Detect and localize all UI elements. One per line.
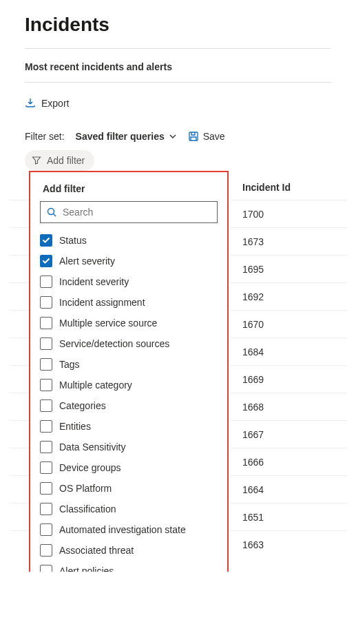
checkbox[interactable] bbox=[40, 317, 52, 329]
filter-option[interactable]: Tags bbox=[40, 354, 218, 375]
checkbox[interactable] bbox=[40, 276, 52, 288]
filter-option-label: Data Sensitivity bbox=[59, 442, 125, 453]
filter-option-label: Automated investigation state bbox=[59, 524, 186, 535]
export-label: Export bbox=[41, 98, 69, 109]
checkbox[interactable] bbox=[40, 441, 52, 453]
checkbox[interactable] bbox=[40, 296, 52, 309]
filter-option-label: Entities bbox=[59, 421, 91, 432]
incident-id: 1651 bbox=[229, 512, 311, 523]
filter-option[interactable]: Entities bbox=[40, 416, 218, 437]
filterset-dropdown-value: Saved filter queries bbox=[76, 131, 165, 142]
export-button[interactable]: Export bbox=[25, 92, 69, 114]
incident-id: 1695 bbox=[229, 264, 311, 275]
checkbox[interactable] bbox=[40, 255, 52, 267]
incident-id: 1668 bbox=[229, 402, 311, 413]
filter-option[interactable]: Multiple category bbox=[40, 375, 218, 395]
column-header-incident-id[interactable]: Incident Id bbox=[229, 182, 311, 193]
filter-option[interactable]: Alert policies bbox=[40, 561, 218, 572]
checkbox[interactable] bbox=[40, 544, 52, 557]
page-title: Incidents bbox=[8, 0, 348, 48]
incident-id: 1692 bbox=[229, 291, 311, 302]
filter-option-label: Alert severity bbox=[59, 256, 115, 267]
filter-option-label: Alert policies bbox=[59, 565, 114, 572]
checkbox[interactable] bbox=[40, 482, 52, 495]
filter-options-list: StatusAlert severityIncident severityInc… bbox=[40, 230, 218, 572]
filter-option[interactable]: Multiple service source bbox=[40, 313, 218, 333]
filter-icon bbox=[32, 156, 41, 165]
incident-id: 1673 bbox=[229, 236, 311, 247]
filter-option[interactable]: Incident severity bbox=[40, 271, 218, 292]
filterset-dropdown[interactable]: Saved filter queries bbox=[76, 131, 177, 142]
filter-option-label: Multiple service source bbox=[59, 318, 157, 329]
add-filter-pill[interactable]: Add filter bbox=[25, 150, 94, 171]
checkbox[interactable] bbox=[40, 503, 52, 515]
filter-option-label: Classification bbox=[59, 503, 116, 515]
checkbox[interactable] bbox=[40, 379, 52, 391]
filter-option-label: Tags bbox=[59, 359, 80, 370]
filter-option[interactable]: Incident assignment bbox=[40, 292, 218, 313]
filter-option-label: Multiple category bbox=[59, 380, 132, 391]
popup-title: Add filter bbox=[40, 183, 218, 194]
filter-option[interactable]: Automated investigation state bbox=[40, 519, 218, 540]
filter-option[interactable]: Data Sensitivity bbox=[40, 437, 218, 457]
checkbox[interactable] bbox=[40, 523, 52, 536]
incident-id: 1670 bbox=[229, 319, 311, 330]
incident-id: 1669 bbox=[229, 374, 311, 385]
filter-option[interactable]: Categories bbox=[40, 395, 218, 416]
filter-option[interactable]: Classification bbox=[40, 499, 218, 519]
incident-id: 1684 bbox=[229, 346, 311, 357]
subsection-title: Most recent incidents and alerts bbox=[8, 49, 348, 82]
incident-id: 1663 bbox=[229, 539, 311, 550]
filter-option[interactable]: Status bbox=[40, 230, 218, 251]
checkbox[interactable] bbox=[40, 234, 52, 247]
filter-option-label: Incident assignment bbox=[59, 297, 145, 308]
filter-option-label: Associated threat bbox=[59, 545, 134, 556]
checkbox[interactable] bbox=[40, 358, 52, 371]
filter-option[interactable]: Device groups bbox=[40, 457, 218, 478]
incident-id: 1664 bbox=[229, 484, 311, 495]
filter-option-label: OS Platform bbox=[59, 483, 112, 494]
filter-option[interactable]: OS Platform bbox=[40, 478, 218, 499]
add-filter-popup: Add filter StatusAlert severityIncident … bbox=[29, 171, 229, 572]
chevron-down-icon bbox=[169, 132, 177, 141]
download-icon bbox=[25, 97, 36, 110]
filter-option-label: Device groups bbox=[59, 462, 121, 473]
filter-option-label: Status bbox=[59, 235, 87, 246]
filter-option[interactable]: Alert severity bbox=[40, 251, 218, 271]
search-icon bbox=[46, 207, 57, 218]
add-filter-pill-label: Add filter bbox=[47, 155, 85, 166]
filter-option-label: Service/detection sources bbox=[59, 338, 169, 349]
save-button[interactable]: Save bbox=[188, 131, 225, 142]
save-label: Save bbox=[203, 131, 225, 142]
incident-id: 1667 bbox=[229, 429, 311, 440]
filter-option[interactable]: Service/detection sources bbox=[40, 333, 218, 354]
checkbox[interactable] bbox=[40, 337, 52, 350]
checkbox[interactable] bbox=[40, 565, 52, 572]
incident-id: 1700 bbox=[229, 209, 311, 220]
incident-id: 1666 bbox=[229, 457, 311, 468]
save-icon bbox=[188, 131, 199, 142]
filter-option-label: Categories bbox=[59, 400, 106, 411]
svg-point-1 bbox=[48, 209, 54, 215]
checkbox[interactable] bbox=[40, 399, 52, 412]
filter-option[interactable]: Associated threat bbox=[40, 540, 218, 561]
search-input-wrap[interactable] bbox=[40, 201, 218, 223]
search-input[interactable] bbox=[63, 207, 211, 218]
checkbox[interactable] bbox=[40, 461, 52, 474]
checkbox[interactable] bbox=[40, 420, 52, 433]
filter-option-label: Incident severity bbox=[59, 276, 129, 287]
filterset-label: Filter set: bbox=[25, 131, 65, 142]
